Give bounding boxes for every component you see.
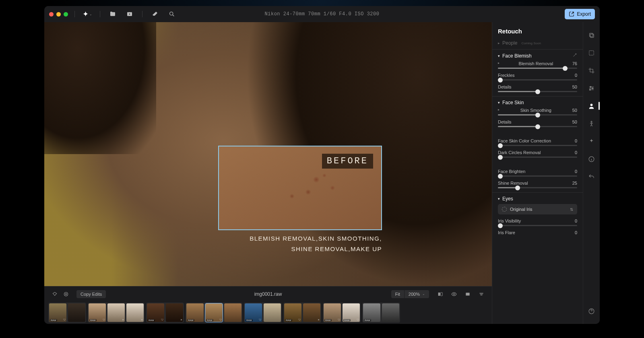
section-face-skin[interactable]: ▾Face Skin <box>498 100 577 105</box>
effects-icon[interactable] <box>588 137 596 145</box>
thumbnail[interactable]: × <box>166 303 183 322</box>
thumbnail[interactable]: RAW♡ <box>49 303 66 322</box>
thumbnail[interactable]: RAW <box>186 303 204 322</box>
param-shine-removal: Shine Removal25 <box>498 181 577 188</box>
slider-details-2[interactable] <box>498 126 577 127</box>
app-window: ✦⌄ Nikon 24-70mm 70mm 1/60 F4.0 ISO 3200… <box>44 6 600 324</box>
before-label: BEFORE <box>322 154 373 169</box>
thumbnail[interactable]: RAW♡ <box>343 303 360 322</box>
slider-skin-smoothing[interactable] <box>498 114 577 115</box>
iris-select-dropdown[interactable]: Original Iris ⇅ <box>498 204 577 214</box>
slider-blemish-removal[interactable] <box>498 68 577 69</box>
body-icon[interactable] <box>588 120 596 128</box>
separator <box>100 11 100 17</box>
tag-icon[interactable] <box>49 289 60 299</box>
zoom-icon[interactable] <box>166 9 178 19</box>
slider-iris-visibility[interactable] <box>498 225 577 226</box>
sort-icon[interactable] <box>476 289 487 299</box>
filmstrip[interactable]: RAW♡ RAW♡ × × RAW♡ × RAW RAW♡ <box>44 301 492 324</box>
infobar-right-tools <box>435 289 487 299</box>
thumbnail[interactable] <box>68 303 85 322</box>
export-button[interactable]: Export <box>565 9 595 19</box>
thumbnail[interactable]: × <box>126 303 144 322</box>
info-icon[interactable] <box>588 155 596 163</box>
thumbnail[interactable] <box>224 303 242 322</box>
separator <box>74 11 75 17</box>
param-iris-visibility: Iris Visibility0 <box>498 218 577 226</box>
filename-label: img0001.raw <box>254 291 282 297</box>
param-dark-circles: Dark Circles Removal0 <box>498 150 577 158</box>
window-controls[interactable] <box>49 12 68 16</box>
mask-icon[interactable] <box>588 49 596 57</box>
thumbnail[interactable]: RAW♡ <box>324 303 341 322</box>
thumb-group: RAW <box>362 303 400 323</box>
slider-color-correction[interactable] <box>498 145 577 146</box>
undo-icon[interactable] <box>588 173 596 181</box>
svg-point-15 <box>591 121 592 122</box>
param-details-2: Details50 <box>498 120 577 127</box>
image-canvas[interactable]: BEFORE BLEMISH REMOVAL,SKIN SMOOTHING, S… <box>44 22 492 286</box>
thumbnail[interactable]: RAW♡ <box>147 303 164 322</box>
thumbnail[interactable]: RAW♡ <box>284 303 301 322</box>
svg-point-6 <box>453 293 455 295</box>
zoom-level-button[interactable]: 200%⌄ <box>405 290 429 298</box>
section-people[interactable]: ▸ People Coming Soon <box>498 40 577 46</box>
thumb-group: RAW♡ × <box>146 303 184 323</box>
slider-dark-circles[interactable] <box>498 157 577 158</box>
thumb-group: RAW♡ RAW♡ <box>323 303 361 323</box>
thumb-group: RAW♡ × <box>283 303 321 323</box>
svg-point-14 <box>590 103 593 106</box>
param-iris-flare: Iris Flare0 <box>498 230 577 235</box>
separator <box>142 11 142 17</box>
app-icon[interactable]: ✦⌄ <box>81 9 93 19</box>
svg-rect-4 <box>438 292 440 295</box>
canvas-column: BEFORE BLEMISH REMOVAL,SKIN SMOOTHING, S… <box>44 22 492 324</box>
svg-rect-5 <box>441 292 443 295</box>
thumb-group: RAW♡ <box>244 303 282 323</box>
magic-wand-icon[interactable] <box>572 53 577 59</box>
before-overlay: BEFORE <box>218 146 382 230</box>
section-eyes[interactable]: ▾Eyes <box>498 196 577 202</box>
slider-shine-removal[interactable] <box>498 187 577 188</box>
image-metadata: Nikon 24-70mm 70mm 1/60 F4.0 ISO 3200 <box>265 11 380 17</box>
param-details-1: Details50 <box>498 84 577 92</box>
titlebar: ✦⌄ Nikon 24-70mm 70mm 1/60 F4.0 ISO 3200… <box>44 6 600 22</box>
thumbnail[interactable] <box>382 303 399 322</box>
slider-details-1[interactable] <box>498 91 577 92</box>
svg-rect-9 <box>590 34 594 37</box>
thumbnail[interactable]: × <box>303 303 320 322</box>
thumbnail[interactable]: × <box>107 303 125 322</box>
copy-edits-button[interactable]: Copy Edits <box>76 290 106 298</box>
compare-icon[interactable] <box>435 289 446 299</box>
thumbnail[interactable] <box>264 303 281 322</box>
layers-icon[interactable] <box>588 31 596 39</box>
eraser-icon[interactable] <box>149 9 161 19</box>
section-face-blemish[interactable]: ▾Face Blemish <box>498 53 577 59</box>
slider-face-brighten[interactable] <box>498 175 577 177</box>
adjustments-icon[interactable] <box>588 84 596 92</box>
help-icon[interactable] <box>588 307 596 315</box>
info-bar: Copy Edits img0001.raw Fit 200%⌄ <box>44 286 492 301</box>
image-icon[interactable] <box>124 9 136 19</box>
crop-icon[interactable] <box>588 66 596 74</box>
svg-rect-10 <box>589 50 594 55</box>
thumbnail[interactable]: RAW♡ <box>89 303 106 322</box>
export-label: Export <box>577 11 591 17</box>
fit-button[interactable]: Fit <box>391 290 405 298</box>
zoom-controls: Fit 200%⌄ <box>391 290 429 298</box>
app-body: BEFORE BLEMISH REMOVAL,SKIN SMOOTHING, S… <box>44 22 600 324</box>
folder-icon[interactable] <box>107 9 119 19</box>
retouch-person-icon[interactable] <box>588 102 596 110</box>
thumb-group: RAW RAW♡ <box>186 303 242 323</box>
svg-rect-8 <box>590 33 593 37</box>
caption-text: BLEMISH REMOVAL,SKIN SMOOTHING, SHINE RE… <box>218 233 382 254</box>
svg-rect-7 <box>466 293 469 295</box>
thumbnail[interactable]: RAW♡ <box>245 303 262 322</box>
preview-eye-icon[interactable] <box>448 289 460 299</box>
slider-freckles[interactable] <box>498 79 577 80</box>
thumbnail-selected[interactable]: RAW♡ <box>205 303 223 322</box>
reject-icon[interactable] <box>60 289 72 299</box>
thumbnail[interactable]: RAW <box>363 303 380 322</box>
panel-title: Retouch <box>498 28 577 35</box>
grid-view-icon[interactable] <box>462 289 473 299</box>
